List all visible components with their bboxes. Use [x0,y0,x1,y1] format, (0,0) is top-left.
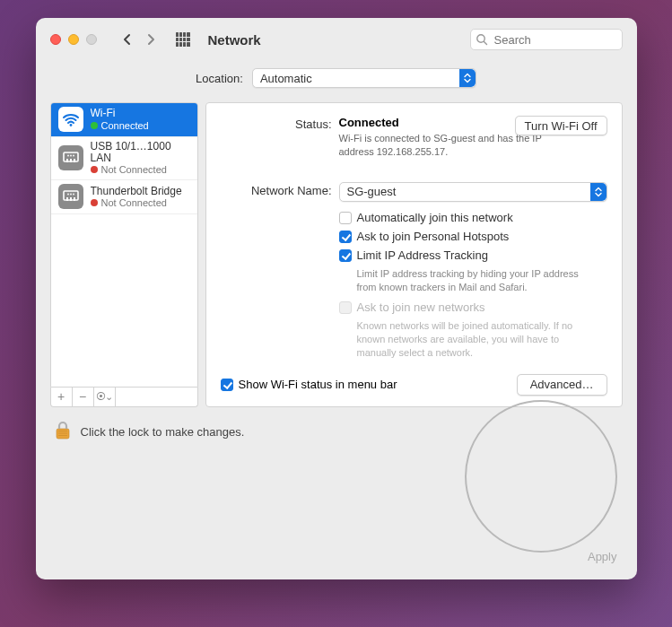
lock-row: Click the lock to make changes. [36,414,637,456]
auto-join-row: Automatically join this network [339,211,607,224]
sidebar-item-wifi[interactable]: Wi-Fi Connected [51,103,197,137]
location-select[interactable]: Automatic [252,68,476,88]
search-wrap [470,29,623,50]
svg-rect-6 [74,159,75,162]
main-panel: Turn Wi-Fi Off Status: Connected Wi-Fi i… [205,102,623,407]
sidebar: Wi-Fi Connected USB 10/1…1000 LAN Not Co… [50,102,198,407]
search-input[interactable] [470,29,623,50]
window-title: Network [208,32,261,48]
svg-point-8 [70,155,72,157]
network-name-select[interactable]: SG-guest [339,182,607,202]
sidebar-item-label: Thunderbolt Bridge [91,186,182,197]
service-list: Wi-Fi Connected USB 10/1…1000 LAN Not Co… [50,102,198,388]
ask-new-row: Ask to join new networks [339,300,607,314]
svg-rect-18 [58,431,67,431]
chevron-left-icon [122,32,133,47]
network-name-label: Network Name: [221,182,339,367]
sidebar-item-status: Connected [101,120,149,131]
ask-new-checkbox [339,301,352,314]
svg-rect-5 [70,159,72,162]
minimize-window-button[interactable] [68,34,79,45]
location-row: Location: Automatic [36,68,637,88]
svg-rect-11 [66,197,68,201]
grid-icon [176,32,190,47]
status-help: Wi-Fi is connected to SG-guest and has t… [339,132,563,159]
thunderbolt-icon [58,184,83,209]
location-value: Automatic [260,72,312,85]
apply-label: Apply [588,550,617,563]
close-window-button[interactable] [50,34,61,45]
svg-point-16 [73,194,74,196]
svg-point-2 [69,124,72,126]
show-menubar-label: Show Wi-Fi status in menu bar [239,378,397,391]
sidebar-item-thunderbolt[interactable]: Thunderbolt Bridge Not Connected [51,180,197,214]
nav-buttons [117,29,161,50]
search-icon [476,33,488,46]
content: Wi-Fi Connected USB 10/1…1000 LAN Not Co… [36,102,637,414]
status-dot-icon [91,199,98,206]
sidebar-item-status: Not Connected [101,164,167,175]
svg-point-7 [67,155,69,157]
auto-join-checkbox[interactable] [339,212,352,224]
limit-ip-checkbox[interactable] [339,249,352,262]
show-menubar-checkbox[interactable] [221,379,233,391]
limit-ip-row: Limit IP Address Tracking [339,248,607,262]
updown-icon [459,69,476,87]
svg-point-14 [67,194,69,196]
svg-rect-12 [70,197,72,201]
chevron-right-icon [145,32,156,47]
network-name-value: SG-guest [347,185,397,198]
limit-ip-sub: Limit IP address tracking by hiding your… [357,267,590,294]
svg-point-9 [73,155,74,157]
ethernet-icon [58,145,83,170]
sidebar-item-status: Not Connected [101,197,167,208]
zoom-window-button [86,34,97,45]
svg-line-1 [484,41,486,44]
svg-rect-20 [58,435,67,436]
sidebar-item-usb-lan[interactable]: USB 10/1…1000 LAN Not Connected [51,137,197,180]
status-dot-icon [91,122,98,129]
svg-rect-13 [74,197,75,201]
lock-text: Click the lock to make changes. [81,425,245,439]
traffic-lights [50,34,97,45]
titlebar: Network [36,18,637,61]
limit-ip-label: Limit IP Address Tracking [357,248,488,262]
network-preferences-window: Network Location: Automatic [36,18,637,579]
svg-rect-19 [58,432,67,433]
add-service-button[interactable]: + [51,388,73,406]
bottom-row: Show Wi-Fi status in menu bar Advanced… [221,374,607,396]
toggle-wifi-button[interactable]: Turn Wi-Fi Off [515,116,607,135]
hotspots-checkbox[interactable] [339,231,352,243]
svg-point-15 [70,194,72,196]
status-dot-icon [91,166,98,173]
advanced-button[interactable]: Advanced… [517,374,607,396]
service-actions-button[interactable]: ⦿⌄ [94,388,116,406]
forward-button[interactable] [140,29,161,50]
ask-new-sub: Known networks will be joined automatica… [357,319,590,360]
hotspots-row: Ask to join Personal Hotspots [339,230,607,243]
sidebar-item-label: USB 10/1…1000 LAN [91,141,190,164]
updown-icon [590,183,607,201]
network-name-row: Network Name: SG-guest Automatically joi… [221,182,607,367]
svg-rect-4 [66,159,68,162]
hotspots-label: Ask to join Personal Hotspots [357,230,510,243]
status-label: Status: [221,116,339,159]
auto-join-label: Automatically join this network [357,211,513,224]
lock-icon[interactable] [54,420,72,445]
sidebar-item-label: Wi-Fi [91,108,149,119]
location-label: Location: [196,72,243,85]
sidebar-footer: + − ⦿⌄ [50,388,198,407]
show-all-button[interactable] [172,29,194,50]
wifi-icon [58,107,83,132]
back-button[interactable] [117,29,138,50]
ask-new-label: Ask to join new networks [357,300,485,314]
remove-service-button[interactable]: − [73,388,94,406]
